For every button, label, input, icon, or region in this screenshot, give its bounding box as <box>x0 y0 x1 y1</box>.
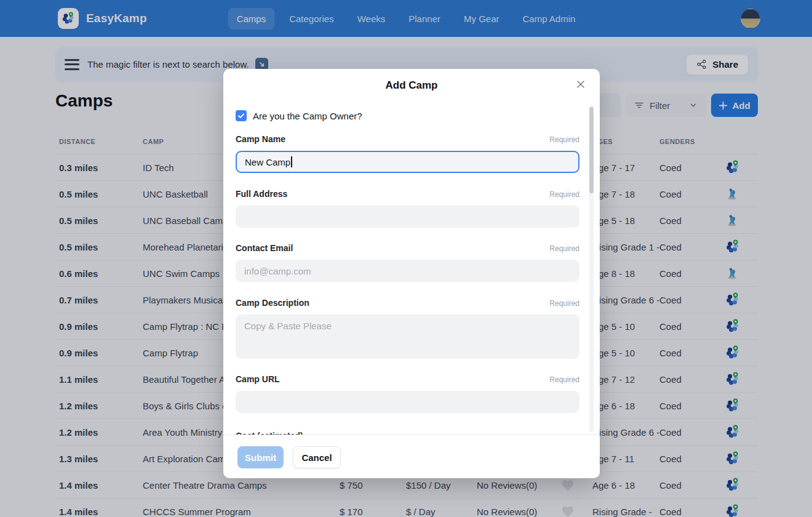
required-badge: Required <box>549 244 579 253</box>
submit-button[interactable]: Submit <box>237 446 284 468</box>
camp-owner-label: Are you the Camp Owner? <box>253 111 362 121</box>
required-badge: Required <box>549 299 579 308</box>
add-camp-modal: Add Camp Are you the Camp Owner? Camp Na… <box>223 69 600 478</box>
modal-footer: Submit Cancel <box>223 435 600 478</box>
field-camp-name: Camp Name Required New Camp <box>236 134 579 173</box>
camp-name-label: Camp Name <box>236 134 285 144</box>
contact-email-label: Contact Email <box>236 243 293 253</box>
field-full-address: Full Address Required <box>236 189 579 228</box>
required-badge: Required <box>549 135 579 144</box>
field-camp-description: Camp Description Required <box>236 298 579 361</box>
full-address-label: Full Address <box>236 189 287 199</box>
contact-email-input[interactable] <box>236 260 579 282</box>
close-icon[interactable] <box>573 77 588 92</box>
cancel-button[interactable]: Cancel <box>293 446 341 468</box>
camp-description-textarea[interactable] <box>236 315 579 359</box>
text-caret <box>291 156 292 167</box>
modal-scrollbar-thumb[interactable] <box>589 107 594 193</box>
checkbox-checked-icon <box>236 110 247 121</box>
camp-name-input[interactable]: New Camp <box>236 151 579 173</box>
modal-title: Add Camp <box>223 79 600 92</box>
required-badge: Required <box>549 375 579 384</box>
field-contact-email: Contact Email Required <box>236 243 579 282</box>
modal-body: Are you the Camp Owner? Camp Name Requir… <box>223 103 600 435</box>
modal-scrollbar[interactable] <box>589 105 594 432</box>
field-camp-url: Camp URL Required <box>236 374 579 413</box>
camp-url-label: Camp URL <box>236 374 280 384</box>
required-badge: Required <box>549 190 579 199</box>
camp-description-label: Camp Description <box>236 298 309 308</box>
full-address-input[interactable] <box>236 206 579 228</box>
camp-owner-checkbox[interactable]: Are you the Camp Owner? <box>236 110 362 121</box>
camp-url-input[interactable] <box>236 391 579 413</box>
camp-name-value: New Camp <box>245 157 290 167</box>
